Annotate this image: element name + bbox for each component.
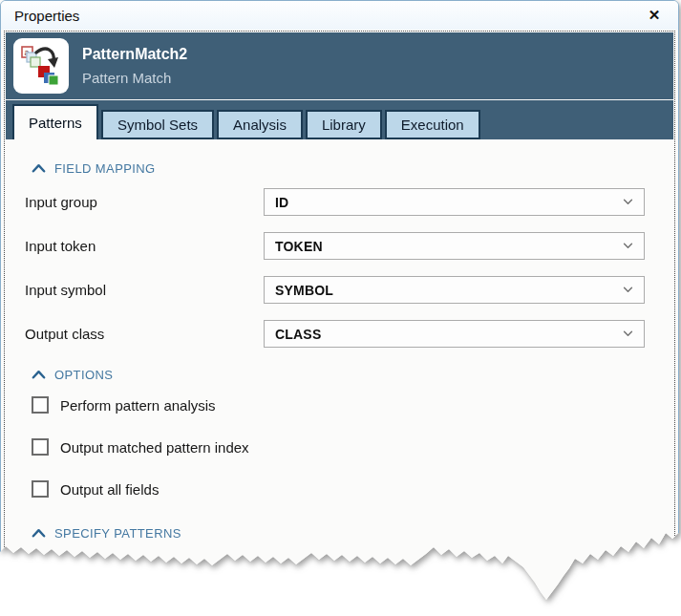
checkbox-label: Output matched pattern index <box>60 439 249 456</box>
collapse-chevron-icon <box>32 528 46 538</box>
section-title: FIELD MAPPING <box>54 161 156 176</box>
collapse-chevron-icon <box>32 163 46 173</box>
input-symbol-dropdown[interactable]: SYMBOL <box>264 276 645 304</box>
tabstrip: Patterns Symbol Sets Analysis Library Ex… <box>6 100 673 139</box>
dropdown-value: ID <box>275 195 623 210</box>
chevron-down-icon <box>623 330 633 337</box>
field-row-input-token: Input token TOKEN <box>24 232 645 260</box>
checkbox-row-all-fields: Output all fields <box>32 480 645 498</box>
tab-content: FIELD MAPPING Input group ID <box>5 139 674 543</box>
torn-paper-shadow: Properties ✕ a <box>0 0 681 604</box>
pattern-match-icon: a <box>13 38 69 94</box>
chevron-down-icon <box>623 199 633 205</box>
dropdown-value: TOKEN <box>275 239 623 254</box>
field-label: Input group <box>24 194 264 210</box>
dropdown-value: CLASS <box>275 327 623 342</box>
field-mapping-rows: Input group ID Input token TO <box>24 188 645 348</box>
node-header: a PatternMatch2 Pattern Match <box>6 32 673 99</box>
section-title: OPTIONS <box>54 368 113 382</box>
tab-execution[interactable]: Execution <box>385 110 480 139</box>
screenshot-stage: Properties ✕ a <box>0 0 681 616</box>
output-class-dropdown[interactable]: CLASS <box>264 320 645 348</box>
options-header[interactable]: OPTIONS <box>32 364 645 385</box>
tab-patterns[interactable]: Patterns <box>12 104 98 139</box>
tab-analysis[interactable]: Analysis <box>217 110 303 139</box>
node-name: PatternMatch2 <box>82 46 187 63</box>
node-texts: PatternMatch2 Pattern Match <box>82 46 187 86</box>
checkbox-row-matched-index: Output matched pattern index <box>32 438 645 456</box>
field-mapping-header[interactable]: FIELD MAPPING <box>32 158 645 179</box>
field-label: Output class <box>24 326 264 342</box>
field-row-input-symbol: Input symbol SYMBOL <box>24 276 645 304</box>
input-token-dropdown[interactable]: TOKEN <box>264 232 645 260</box>
field-label: Input symbol <box>24 282 264 298</box>
output-all-fields-checkbox[interactable] <box>32 480 49 498</box>
field-label: Input token <box>24 238 264 254</box>
section-title: SPECIFY PATTERNS <box>54 526 181 541</box>
output-matched-pattern-index-checkbox[interactable] <box>32 438 49 456</box>
tab-symbol-sets[interactable]: Symbol Sets <box>101 110 214 139</box>
input-group-dropdown[interactable]: ID <box>264 188 645 216</box>
specify-patterns-header[interactable]: SPECIFY PATTERNS <box>32 522 645 543</box>
chevron-down-icon <box>623 243 633 249</box>
properties-window: Properties ✕ a <box>0 0 679 602</box>
field-row-input-group: Input group ID <box>24 188 645 216</box>
checkbox-row-perform-analysis: Perform pattern analysis <box>32 396 645 414</box>
dropdown-value: SYMBOL <box>275 283 623 298</box>
chevron-down-icon <box>623 287 633 293</box>
collapse-chevron-icon <box>32 370 46 379</box>
options-list: Perform pattern analysis Output matched … <box>24 396 645 498</box>
perform-pattern-analysis-checkbox[interactable] <box>32 396 49 414</box>
window-title: Properties <box>14 8 644 24</box>
node-type: Pattern Match <box>82 70 187 86</box>
checkbox-label: Output all fields <box>60 481 159 498</box>
pattern-match-icon-svg: a <box>19 44 63 88</box>
field-row-output-class: Output class CLASS <box>24 320 645 348</box>
titlebar: Properties ✕ <box>1 1 678 30</box>
panel-body: a PatternMatch2 Pattern Match <box>4 31 675 601</box>
close-icon[interactable]: ✕ <box>644 5 665 26</box>
checkbox-label: Perform pattern analysis <box>60 397 216 414</box>
tab-library[interactable]: Library <box>306 110 382 139</box>
